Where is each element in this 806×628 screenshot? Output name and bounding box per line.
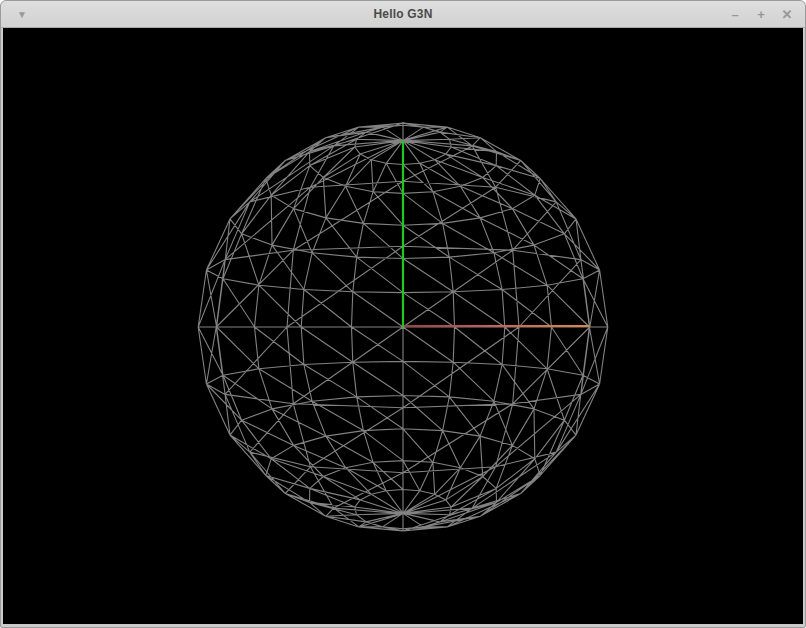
window-title: Hello G3N	[1, 7, 805, 21]
minimize-button[interactable]: –	[725, 1, 745, 27]
close-button[interactable]: ✕	[777, 1, 797, 27]
app-window: ▼ Hello G3N – + ✕	[0, 0, 806, 628]
viewport-3d[interactable]	[3, 28, 803, 624]
scene-canvas[interactable]	[3, 28, 803, 624]
maximize-button[interactable]: +	[751, 1, 771, 27]
title-bar[interactable]: ▼ Hello G3N – + ✕	[1, 1, 805, 28]
window-controls: – + ✕	[725, 1, 797, 27]
